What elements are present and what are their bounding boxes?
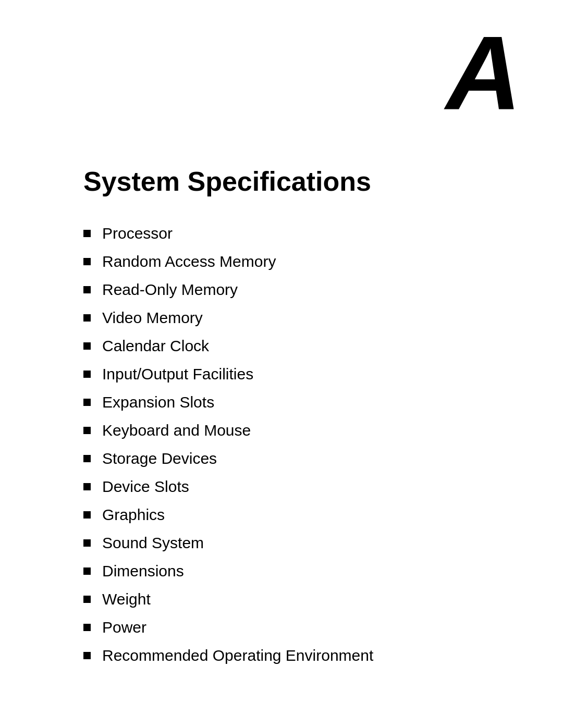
bullet-icon: [83, 399, 91, 406]
list-item: Read-Only Memory: [83, 279, 563, 301]
item-label: Calendar Clock: [102, 335, 209, 357]
page-title: System Specifications: [83, 167, 563, 196]
bullet-icon: [83, 596, 91, 603]
toc-list: ProcessorRandom Access MemoryRead-Only M…: [83, 223, 563, 667]
page-container: A System Specifications ProcessorRandom …: [0, 0, 563, 728]
item-label: Sound System: [102, 532, 204, 554]
bullet-icon: [83, 314, 91, 322]
list-item: Sound System: [83, 532, 563, 554]
list-item: Storage Devices: [83, 448, 563, 470]
list-item: Keyboard and Mouse: [83, 419, 563, 441]
bullet-icon: [83, 539, 91, 547]
item-label: Device Slots: [102, 476, 189, 498]
list-item: Weight: [83, 588, 563, 610]
item-label: Weight: [102, 588, 151, 610]
bullet-icon: [83, 286, 91, 293]
appendix-letter: A: [446, 21, 521, 125]
list-item: Dimensions: [83, 560, 563, 582]
bullet-icon: [83, 455, 91, 462]
list-item: Expansion Slots: [83, 391, 563, 413]
bullet-icon: [83, 371, 91, 378]
item-label: Expansion Slots: [102, 391, 214, 413]
item-label: Read-Only Memory: [102, 279, 238, 301]
bullet-icon: [83, 483, 91, 490]
list-item: Input/Output Facilities: [83, 363, 563, 385]
item-label: Video Memory: [102, 307, 203, 329]
list-item: Calendar Clock: [83, 335, 563, 357]
item-label: Random Access Memory: [102, 251, 276, 273]
bullet-icon: [83, 567, 91, 575]
item-label: Input/Output Facilities: [102, 363, 253, 385]
item-label: Power: [102, 616, 146, 638]
item-label: Graphics: [102, 504, 165, 526]
item-label: Recommended Operating Environment: [102, 645, 373, 667]
bullet-icon: [83, 258, 91, 265]
list-item: Power: [83, 616, 563, 638]
item-label: Storage Devices: [102, 448, 217, 470]
item-label: Dimensions: [102, 560, 184, 582]
list-item: Device Slots: [83, 476, 563, 498]
bullet-icon: [83, 624, 91, 631]
item-label: Processor: [102, 223, 173, 244]
list-item: Random Access Memory: [83, 251, 563, 273]
list-item: Video Memory: [83, 307, 563, 329]
list-item: Processor: [83, 223, 563, 244]
bullet-icon: [83, 230, 91, 237]
bullet-icon: [83, 427, 91, 434]
list-item: Graphics: [83, 504, 563, 526]
bullet-icon: [83, 342, 91, 350]
item-label: Keyboard and Mouse: [102, 419, 251, 441]
bullet-icon: [83, 511, 91, 519]
list-item: Recommended Operating Environment: [83, 645, 563, 667]
bullet-icon: [83, 652, 91, 659]
